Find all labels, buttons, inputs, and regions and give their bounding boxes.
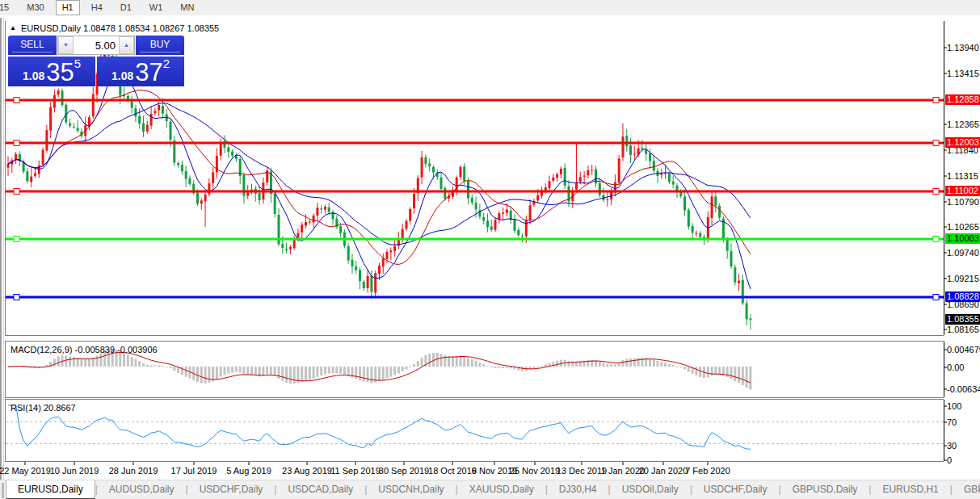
volume-decrease-button[interactable]: ▼ <box>58 36 74 54</box>
sell-price-prefix: 1.08 <box>23 68 44 84</box>
buy-button[interactable]: BUY <box>136 36 184 55</box>
tab-usdchf-daily[interactable]: USDCHF,Daily <box>188 480 275 499</box>
date-label: 5 Aug 2019 <box>226 466 271 476</box>
date-label: 23 Aug 2019 <box>282 466 332 476</box>
volume-input[interactable] <box>74 36 119 54</box>
sell-price-big: 35 <box>46 61 74 84</box>
tab-audusd-daily[interactable]: AUDUSD,Daily <box>98 480 186 499</box>
level-price-badge: 1.10003 <box>945 233 980 244</box>
tab-usdchf-daily[interactable]: USDCHF,Daily <box>692 480 779 499</box>
price-axis-label: 1.10265 <box>947 222 979 232</box>
chart-tab-bar: EURUSD,Daily|AUDUSD,Daily|USDCHF,Daily|U… <box>0 480 980 499</box>
macd-histogram <box>7 349 752 390</box>
tab-usdoil-daily[interactable]: USDOil,Daily <box>611 480 690 499</box>
tab-usdcnh-daily[interactable]: USDCNH,Daily <box>367 480 455 499</box>
macd-indicator-label: MACD(12,26,9) -0.005839 -0.003906 <box>11 345 158 354</box>
date-label: 25 Nov 2019 <box>510 466 560 476</box>
volume-stepper: ▼ ▲ <box>57 36 135 55</box>
date-label: 28 Jun 2019 <box>109 466 158 476</box>
date-label: 20 Jan 2020 <box>639 466 688 476</box>
tab-xauusd-daily[interactable]: XAUUSD,Daily <box>458 480 545 499</box>
sell-button[interactable]: SELL <box>8 36 57 55</box>
tab-bar-gripper <box>2 483 4 498</box>
macd-axis-label: 0.00 <box>947 363 964 372</box>
rsi-axis-label: 100 <box>947 401 961 411</box>
tab-eurusd-daily[interactable]: EURUSD,Daily <box>6 480 95 499</box>
price-axis-label: 1.13415 <box>947 69 979 78</box>
rsi-axis-label: 0 <box>947 455 952 465</box>
price-axis-label: 1.12365 <box>947 120 979 129</box>
one-click-trading-panel: SELL ▼ ▲ BUY 1.08 35 5 1.08 37 2 <box>8 36 184 86</box>
macd-axis-label: -0.00634 <box>947 384 980 394</box>
tab-gbpusd-daily[interactable]: GBPUSD,Daily <box>781 480 869 499</box>
rsi-indicator-label: RSI(14) 20.8667 <box>11 403 76 413</box>
rsi-axis-label: 70 <box>947 417 957 427</box>
level-price-badge: 1.11002 <box>945 186 980 196</box>
date-label: 7 Feb 2020 <box>685 466 730 476</box>
buy-price-prefix: 1.08 <box>111 68 133 84</box>
rsi-line <box>8 405 751 449</box>
date-label: 13 Dec 2019 <box>557 466 607 476</box>
tab-gbpaud-h1[interactable]: GBPAUD,H1 <box>953 480 980 499</box>
level-price-badge: 1.12003 <box>945 137 980 148</box>
moving-average-line-30 <box>8 103 751 245</box>
rsi-axis-label: 30 <box>947 441 957 451</box>
level-line-handle[interactable] <box>933 140 939 146</box>
level-line-handle[interactable] <box>14 98 19 103</box>
price-axis-label: 1.09215 <box>947 274 979 283</box>
buy-price-pip: 2 <box>163 58 170 69</box>
tab-usdcad-daily[interactable]: USDCAD,Daily <box>276 480 364 499</box>
level-line-handle[interactable] <box>14 237 19 242</box>
sell-price-pip: 5 <box>74 58 81 69</box>
trade-panel-collapse-icon[interactable]: ▲ <box>10 24 16 31</box>
price-axis-label: 1.09740 <box>947 248 979 258</box>
date-label: 17 Jul 2019 <box>171 466 217 476</box>
level-line-handle[interactable] <box>933 98 939 103</box>
level-line-handle[interactable] <box>14 140 19 146</box>
tab-dj30-h4[interactable]: DJ30,H4 <box>548 480 608 499</box>
current-price-badge: 1.08355 <box>945 314 980 325</box>
level-line-handle[interactable] <box>14 189 19 195</box>
buy-price-big: 37 <box>135 61 162 84</box>
price-axis-label: 1.10790 <box>947 197 979 207</box>
date-label: 11 Sep 2019 <box>330 466 381 476</box>
price-axis-label: 1.08165 <box>947 325 979 334</box>
price-axis-label: 1.13940 <box>947 43 979 52</box>
volume-increase-button[interactable]: ▲ <box>119 36 134 54</box>
price-axis-label: 1.11315 <box>947 171 978 181</box>
level-line-handle[interactable] <box>933 295 939 300</box>
sell-price-panel[interactable]: 1.08 35 5 <box>8 57 95 86</box>
macd-axis-label: 0.004679 <box>947 345 980 354</box>
date-label: 30 Sep 2019 <box>379 466 429 476</box>
mt4-window: 15M30H1H4D1W1MN ▲ EURUSD,Daily 1.08478 1… <box>0 0 980 499</box>
level-line-handle[interactable] <box>14 295 19 300</box>
date-label: 10 Jun 2019 <box>50 466 99 476</box>
buy-price-panel[interactable]: 1.08 37 2 <box>97 57 184 86</box>
date-label: 22 May 2019 <box>0 466 51 476</box>
level-line-handle[interactable] <box>933 189 939 195</box>
level-line-handle[interactable] <box>933 237 939 242</box>
level-price-badge: 1.12858 <box>945 94 980 105</box>
chart-title-ohlc: EURUSD,Daily 1.08478 1.08534 1.08267 1.0… <box>21 23 219 33</box>
tab-eurusd-h1[interactable]: EURUSD,H1 <box>871 480 949 499</box>
level-price-badge: 1.08828 <box>945 291 980 302</box>
date-label: 18 Oct 2019 <box>428 466 477 476</box>
